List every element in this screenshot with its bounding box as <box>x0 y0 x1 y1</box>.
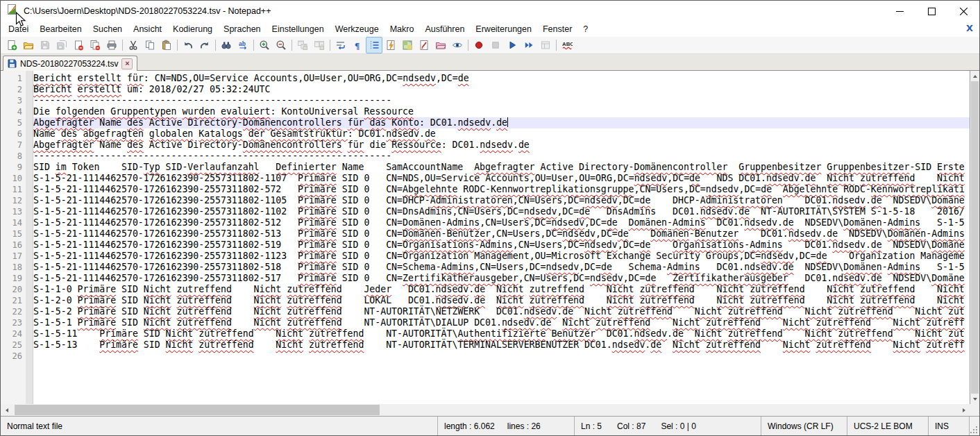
editor-line-5[interactable]: Abgefragter Name des Active Directory-Do… <box>33 117 979 128</box>
play-macro-button[interactable] <box>504 37 521 53</box>
close-document-x[interactable]: X <box>966 23 973 33</box>
run-macro-multiple-button[interactable] <box>521 37 537 53</box>
zoom-in-button[interactable] <box>256 37 273 53</box>
word-wrap-button[interactable] <box>332 37 349 53</box>
paste-button[interactable] <box>158 37 175 53</box>
title-bar[interactable]: C:\Users\Joern\Desktop\NDS-2018022705322… <box>1 1 979 22</box>
minimize-button[interactable] <box>884 1 915 22</box>
scroll-up-arrow[interactable] <box>970 71 979 81</box>
vertical-scroll-thumb[interactable] <box>971 81 979 394</box>
toolbar-separator <box>468 40 468 51</box>
resize-grip[interactable] <box>969 417 979 435</box>
editor-line-23[interactable]: S-1-5-1 Primäre SID Nicht zutreffend Nic… <box>33 317 979 328</box>
line-number: 16 <box>1 240 26 251</box>
editor-line-20[interactable]: S-1-1-0 Primäre SID Nicht zutreffend Nic… <box>33 284 979 295</box>
menu-item-bearbeiten[interactable]: Bearbeiten <box>34 22 87 36</box>
editor-line-24[interactable]: S-1-5-11 Primäre SID Nicht zutreffend Ni… <box>33 328 979 339</box>
editor-line-3[interactable]: ----------------------------------------… <box>33 95 979 106</box>
menu-item-fenster[interactable]: Fenster <box>537 22 577 36</box>
misspelled-word: Nicht <box>717 295 745 305</box>
menu-item-ausfhren[interactable]: Ausführen <box>419 22 470 36</box>
close-all-button[interactable] <box>87 37 103 53</box>
menu-item-suchen[interactable]: Suchen <box>87 22 128 36</box>
editor-line-14[interactable]: S-1-5-21-1114462570-1726162390-255731180… <box>33 217 979 228</box>
text-pane[interactable]: Bericht erstellt für: CN=NDS,OU=Service … <box>33 71 979 416</box>
record-macro-button[interactable] <box>471 37 487 53</box>
editor-line-8[interactable]: ----------------------------------------… <box>33 151 979 162</box>
misspelled-word: ndsedv <box>634 328 667 339</box>
print-button[interactable] <box>103 37 120 53</box>
menu-item-sprachen[interactable]: Sprachen <box>218 22 267 36</box>
horizontal-scroll-thumb[interactable] <box>15 405 380 415</box>
editor-line-1[interactable]: Bericht erstellt für: CN=NDS,OU=Service … <box>33 73 979 84</box>
misspelled-word: Nicht <box>937 295 965 305</box>
redo-button[interactable] <box>196 37 213 53</box>
editor-line-13[interactable]: S-1-5-21-1114462570-1726162390-255731180… <box>33 206 979 217</box>
close-file-button[interactable] <box>70 37 87 53</box>
editor-line-18[interactable]: S-1-5-21-1114462570-1726162390-255731180… <box>33 262 979 273</box>
editor-line-16[interactable]: S-1-5-21-1114462570-1726162390-255731180… <box>33 240 979 251</box>
copy-button[interactable] <box>142 37 158 53</box>
editor-area[interactable]: 1234567891011121314151617181920212223242… <box>1 71 979 416</box>
editor-line-22[interactable]: S-1-5-2 Primäre SID Nicht zutreffend Nic… <box>33 306 979 317</box>
scroll-right-arrow[interactable] <box>958 404 970 416</box>
spell-check-button[interactable]: ABC <box>559 37 575 53</box>
zoom-out-button[interactable] <box>273 37 289 53</box>
scroll-down-arrow[interactable] <box>970 394 979 404</box>
editor-line-15[interactable]: S-1-5-21-1114462570-1726162390-255731180… <box>33 228 979 240</box>
maximize-button[interactable] <box>915 1 947 22</box>
monitoring-button[interactable] <box>449 37 466 53</box>
tab-nds-tsv[interactable]: NDS-20180227053224.tsv × <box>3 56 137 71</box>
editor-line-11[interactable]: S-1-5-21-1114462570-1726162390-255731180… <box>33 184 979 195</box>
menu-item-datei[interactable]: Datei <box>3 22 34 36</box>
open-file-icon <box>23 40 34 51</box>
editor-line-4[interactable]: Die folgenden Gruppentypen wurden evalui… <box>33 106 979 117</box>
menu-item-makro[interactable]: Makro <box>385 22 420 36</box>
menu-item-kodierung[interactable]: Kodierung <box>167 22 218 36</box>
editor-line-26[interactable] <box>33 351 979 362</box>
misspelled-word: de <box>805 173 816 183</box>
vertical-scrollbar[interactable] <box>970 71 979 404</box>
save-macro-icon <box>540 40 551 51</box>
menu-item-ansicht[interactable]: Ansicht <box>128 22 167 36</box>
function-list-button[interactable] <box>416 37 432 53</box>
editor-line-6[interactable]: Name des abgefragten globalen Katalogs d… <box>33 128 979 140</box>
editor-line-17[interactable]: S-1-5-21-1114462570-1726162390-255731180… <box>33 251 979 262</box>
editor-line-9[interactable]: SID im Token SID-Typ SID-Verlaufanzahl D… <box>33 162 979 173</box>
editor-line-10[interactable]: S-1-5-21-1114462570-1726162390-255731180… <box>33 173 979 184</box>
horizontal-scrollbar[interactable] <box>1 404 970 416</box>
undo-button[interactable] <box>180 37 196 53</box>
menu-item-einstellungen[interactable]: Einstellungen <box>267 22 330 36</box>
misspelled-word: Ressource <box>364 106 414 117</box>
editor-line-25[interactable]: S-1-5-13 Primäre SID Nicht zutreffend Ni… <box>33 339 979 351</box>
new-file-button[interactable] <box>3 37 20 53</box>
status-length: length : 6.062 <box>444 421 495 431</box>
editor-line-12[interactable]: S-1-5-21-1114462570-1726162390-255731180… <box>33 195 979 206</box>
editor-line-19[interactable]: S-1-5-21-1114462570-1726162390-255731180… <box>33 273 979 284</box>
editor-line-2[interactable]: Bericht erstellt um: 2018/02/27 05:32:24… <box>33 84 979 95</box>
show-indent-guide-button[interactable] <box>366 37 382 53</box>
user-defined-language-button[interactable] <box>382 37 399 53</box>
editor-line-7[interactable]: Abgefragter Name des Active Directory-Do… <box>33 140 979 151</box>
menu-item-erweiterungen[interactable]: Erweiterungen <box>470 22 537 36</box>
misspelled-word: Admins <box>888 262 921 272</box>
editor-line-21[interactable]: S-1-2-0 Primäre SID Nicht zutreffend Nic… <box>33 295 979 306</box>
menu-item-?[interactable]: ? <box>577 22 593 36</box>
misspelled-word: Kennwortreplikationsgruppe <box>491 184 634 194</box>
paste-icon <box>161 40 172 51</box>
find-button[interactable] <box>218 37 235 53</box>
menu-item-werkzeuge[interactable]: Werkzeuge <box>330 22 385 36</box>
misspelled-word: Domäne <box>931 195 965 206</box>
close-button[interactable] <box>947 1 979 22</box>
status-eol-format[interactable]: Windows (CR LF) <box>761 417 847 435</box>
tab-close-button[interactable]: × <box>121 58 133 69</box>
folder-as-workspace-button[interactable] <box>432 37 449 53</box>
open-file-button[interactable] <box>20 37 37 53</box>
status-insert-mode[interactable]: INS <box>928 417 969 435</box>
status-encoding[interactable]: UCS-2 LE BOM <box>847 417 928 435</box>
replace-button[interactable]: ab <box>235 37 251 53</box>
show-all-characters-button[interactable]: ¶ <box>349 37 366 53</box>
document-map-button[interactable] <box>399 37 416 53</box>
cut-button[interactable] <box>125 37 142 53</box>
scroll-left-arrow[interactable] <box>1 404 12 416</box>
